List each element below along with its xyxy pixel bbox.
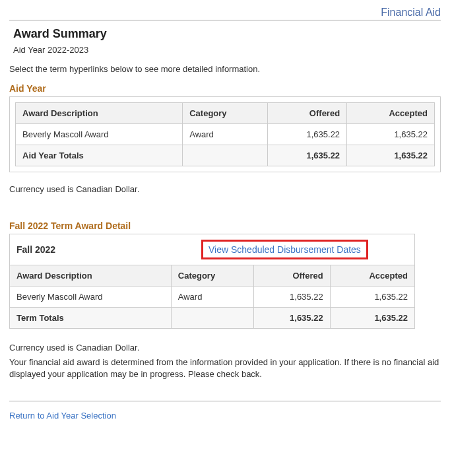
instruction-text: Select the term hyperlinks below to see … (9, 64, 441, 74)
cell-offered: 1,635.22 (268, 124, 347, 145)
aid-year-table: Award Description Category Offered Accep… (15, 102, 435, 166)
col-offered: Offered (253, 265, 330, 287)
totals-label: Term Totals (10, 308, 171, 329)
term-name: Fall 2022 (16, 244, 201, 255)
col-offered: Offered (268, 103, 347, 124)
disclaimer-text: Your financial aid award is determined f… (9, 357, 441, 380)
totals-accepted: 1,635.22 (347, 145, 435, 166)
term-section-title: Fall 2022 Term Award Detail (9, 221, 441, 231)
return-link[interactable]: Return to Aid Year Selection (9, 411, 116, 421)
top-bar: Financial Aid (9, 7, 441, 20)
aid-year-section-title: Aid Year (9, 83, 441, 94)
currency-note-2: Currency used is Canadian Dollar. (9, 342, 441, 354)
totals-row: Aid Year Totals 1,635.22 1,635.22 (16, 145, 435, 166)
divider (9, 401, 441, 401)
cell-offered: 1,635.22 (253, 287, 330, 308)
cell-category: Award (183, 124, 268, 145)
totals-offered: 1,635.22 (253, 308, 330, 329)
view-disbursement-link[interactable]: View Scheduled Disbursement Dates (201, 240, 368, 259)
totals-accepted: 1,635.22 (330, 308, 414, 329)
table-row: Beverly Mascoll Award Award 1,635.22 1,6… (16, 124, 435, 145)
page-title: Award Summary (13, 27, 441, 41)
col-category: Category (183, 103, 268, 124)
cell-desc: Beverly Mascoll Award (10, 287, 171, 308)
col-accepted: Accepted (330, 265, 414, 287)
totals-row: Term Totals 1,635.22 1,635.22 (10, 308, 414, 329)
currency-note: Currency used is Canadian Dollar. (9, 184, 441, 194)
totals-offered: 1,635.22 (268, 145, 347, 166)
cell-desc: Beverly Mascoll Award (16, 124, 183, 145)
cell-accepted: 1,635.22 (347, 124, 435, 145)
col-category: Category (171, 265, 253, 287)
col-award-description: Award Description (10, 265, 171, 287)
cell-accepted: 1,635.22 (330, 287, 414, 308)
col-accepted: Accepted (347, 103, 435, 124)
term-detail-container: Fall 2022 View Scheduled Disbursement Da… (9, 234, 415, 329)
term-table: Award Description Category Offered Accep… (10, 265, 414, 328)
col-award-description: Award Description (16, 103, 183, 124)
totals-label: Aid Year Totals (16, 145, 183, 166)
term-header: Fall 2022 View Scheduled Disbursement Da… (10, 234, 414, 265)
totals-empty (183, 145, 268, 166)
aid-year-label: Aid Year 2022-2023 (13, 45, 441, 55)
table-row: Beverly Mascoll Award Award 1,635.22 1,6… (10, 287, 414, 308)
totals-empty (171, 308, 253, 329)
financial-aid-link[interactable]: Financial Aid (381, 7, 441, 18)
aid-year-table-container: Award Description Category Offered Accep… (9, 96, 441, 172)
cell-category: Award (171, 287, 253, 308)
